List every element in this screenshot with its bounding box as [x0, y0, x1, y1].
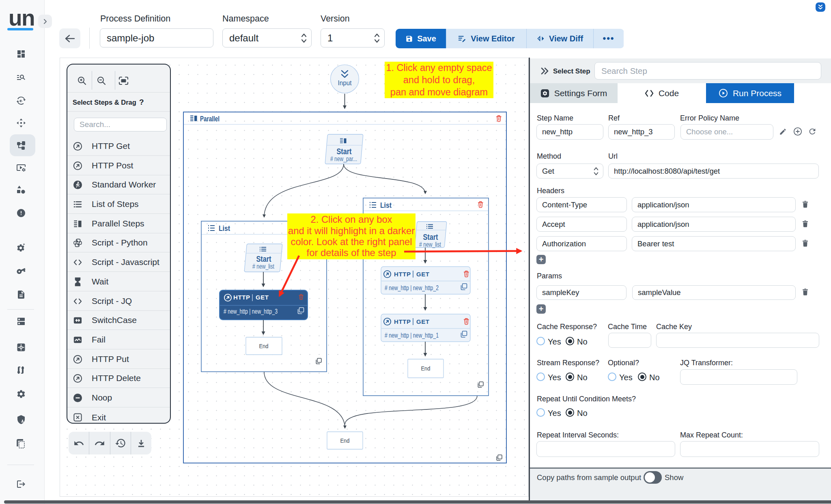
svg-text:Start: Start [337, 146, 352, 156]
svg-text:# new_http | new_http_2: # new_http | new_http_2 [385, 284, 439, 292]
svg-text:Parallel: Parallel [200, 115, 220, 123]
svg-text:End: End [340, 437, 350, 444]
svg-text:1. Click any empty space: 1. Click any empty space [386, 62, 492, 73]
svg-text:# new_list: # new_list [252, 263, 274, 270]
svg-text:Input: Input [338, 80, 352, 86]
svg-text:Start: Start [256, 254, 271, 263]
svg-text:# new_http | new_http_3: # new_http | new_http_3 [224, 308, 278, 315]
svg-text:# new_list: # new_list [419, 241, 441, 248]
svg-text:color. Look at the right panel: color. Look at the right panel [291, 236, 412, 247]
svg-text:GET: GET [416, 271, 430, 278]
svg-text:# new_par...: # new_par... [330, 155, 357, 163]
svg-text:and it will highlight in a dar: and it will highlight in a darker [288, 225, 415, 236]
svg-text:Start: Start [423, 232, 438, 241]
svg-text:GET: GET [416, 318, 430, 325]
svg-text:GET: GET [256, 294, 269, 301]
svg-text:HTTP: HTTP [394, 318, 411, 325]
svg-text:End: End [421, 365, 431, 372]
svg-text:for details of the step: for details of the step [307, 247, 396, 258]
svg-text:HTTP: HTTP [394, 271, 411, 278]
svg-text:End: End [259, 343, 269, 349]
svg-text:# new_http | new_http_1: # new_http | new_http_1 [385, 332, 439, 339]
svg-text:List: List [380, 201, 392, 209]
svg-text:pan and move diagram: pan and move diagram [390, 87, 488, 97]
svg-text:2. Click on any box: 2. Click on any box [310, 214, 392, 225]
svg-text:HTTP: HTTP [233, 294, 250, 301]
svg-text:List: List [219, 224, 230, 233]
svg-text:and hold to drag,: and hold to drag, [403, 75, 475, 85]
